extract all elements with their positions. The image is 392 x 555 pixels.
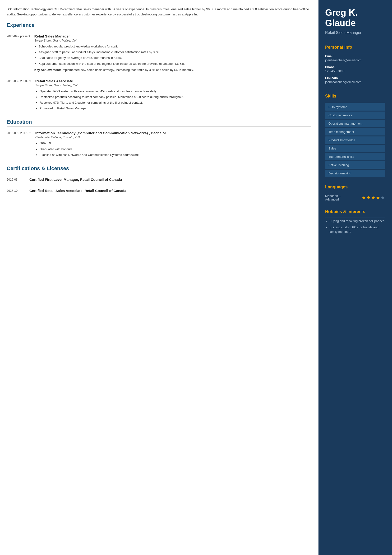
linkedin-block: LinkedIn joanhsanchez@email.com bbox=[325, 76, 385, 84]
experience-entry-1: 2020-09 - present Retail Sales Manager S… bbox=[7, 34, 311, 72]
cert-entry-2: 2017-10 Certified Retail Sales Associate… bbox=[7, 189, 311, 193]
edu1-bullet-2: Graduated with honours bbox=[40, 147, 311, 152]
exp2-bullet-4: Promoted to Retail Sales Manager. bbox=[40, 106, 311, 111]
exp1-company: Swipe Store, Grand Valley, ON bbox=[34, 39, 311, 42]
exp1-title: Retail Sales Manager bbox=[34, 34, 311, 38]
hobbies-section: Hobbies & Interests Buying and repairing… bbox=[319, 205, 392, 238]
phone-value: 123-456-7890 bbox=[325, 69, 385, 73]
cert1-content: Certified First Level Manager, Retail Co… bbox=[29, 177, 311, 182]
exp1-date: 2020-09 - present bbox=[7, 34, 30, 72]
edu1-date: 2012-09 - 2017-02 bbox=[7, 131, 31, 159]
cert-entry-1: 2019-03 Certified First Level Manager, R… bbox=[7, 177, 311, 182]
exp2-date: 2016-08 - 2020-09 bbox=[7, 79, 31, 112]
edu1-bullet-3: Excelled at Wireless Networks and Commun… bbox=[40, 153, 311, 157]
personal-info-section: Personal Info Email joanhsanchez@email.c… bbox=[319, 41, 392, 89]
education-entry-1: 2012-09 - 2017-02 Information Technology… bbox=[7, 131, 311, 159]
skills-list: POS systemsCustomer serviceOperations ma… bbox=[325, 103, 385, 177]
email-value: joanhsanchez@email.com bbox=[325, 58, 385, 62]
phone-block: Phone 123-456-7890 bbox=[325, 65, 385, 73]
left-column: BSc Information Technology and CFLM-cert… bbox=[0, 0, 319, 555]
skill-item-8: Decision-making bbox=[325, 170, 385, 177]
email-block: Email joanhsanchez@email.com bbox=[325, 54, 385, 62]
cert1-title: Certified First Level Manager, Retail Co… bbox=[29, 177, 311, 182]
skill-item-3: Time management bbox=[325, 128, 385, 136]
linkedin-label: LinkedIn bbox=[325, 76, 385, 80]
experience-divider bbox=[7, 30, 311, 30]
phone-label: Phone bbox=[325, 65, 385, 69]
skill-item-2: Operations management bbox=[325, 120, 385, 127]
hobbies-title: Hobbies & Interests bbox=[325, 209, 385, 214]
edu1-school: Centennial College, Toronto, ON bbox=[35, 136, 311, 139]
exp1-bullet-2: Assigned staff to particular product all… bbox=[39, 50, 311, 55]
skill-item-6: Interpersonal skills bbox=[325, 153, 385, 161]
edu1-content: Information Technology (Computer and Com… bbox=[35, 131, 311, 159]
profile-job-title: Retail Sales Manager bbox=[325, 31, 385, 35]
exp1-bullet-3: Beat sales target by an average of 24% f… bbox=[39, 56, 311, 60]
exp2-bullet-2: Restocked products according to strict c… bbox=[40, 95, 311, 99]
linkedin-value: joanhsanchez@email.com bbox=[325, 80, 385, 84]
languages-section: Languages Mandarin—Advanced ★★★★★ bbox=[319, 180, 392, 205]
exp1-content: Retail Sales Manager Swipe Store, Grand … bbox=[34, 34, 311, 72]
personal-info-title: Personal Info bbox=[325, 45, 385, 50]
skill-item-5: Sales bbox=[325, 145, 385, 152]
skill-item-1: Customer service bbox=[325, 111, 385, 119]
cert1-date: 2019-03 bbox=[7, 177, 25, 182]
cert2-date: 2017-10 bbox=[7, 189, 25, 193]
exp1-bullet-4: Kept customer satisfaction with the staf… bbox=[39, 61, 311, 66]
skills-divider bbox=[325, 102, 385, 102]
exp1-bullets: Scheduled regular product knowledge work… bbox=[34, 44, 311, 66]
summary-text: BSc Information Technology and CFLM-cert… bbox=[7, 7, 311, 17]
language-stars-mandarin: ★★★★★ bbox=[362, 195, 385, 200]
edu1-bullet-1: GPA 3.9 bbox=[40, 141, 311, 146]
exp2-company: Swipe Store, Grand Valley, ON bbox=[35, 84, 311, 87]
exp2-bullet-3: Resolved 97% Tier 1 and 2 customer compl… bbox=[40, 100, 311, 105]
right-column: Greg K. Glaude Retail Sales Manager Pers… bbox=[319, 0, 392, 555]
exp2-title: Retail Sales Associate bbox=[35, 79, 311, 83]
languages-title: Languages bbox=[325, 185, 385, 190]
exp2-content: Retail Sales Associate Swipe Store, Gran… bbox=[35, 79, 311, 112]
language-name-mandarin: Mandarin—Advanced bbox=[325, 194, 341, 201]
skills-title: Skills bbox=[325, 94, 385, 99]
personal-info-divider bbox=[325, 53, 385, 53]
skills-section: Skills POS systemsCustomer serviceOperat… bbox=[319, 89, 392, 180]
profile-name: Greg K. Glaude bbox=[325, 7, 385, 28]
exp2-bullet-1: Operated POS system with ease, managing … bbox=[40, 89, 311, 94]
cert2-content: Certified Retail Sales Associate, Retail… bbox=[29, 189, 311, 193]
language-row-mandarin: Mandarin—Advanced ★★★★★ bbox=[325, 194, 385, 201]
exp1-key-achievement: Key Achievement: Implemented new sales d… bbox=[34, 68, 311, 72]
cert2-title: Certified Retail Sales Associate, Retail… bbox=[29, 189, 311, 193]
name-block: Greg K. Glaude Retail Sales Manager bbox=[319, 0, 392, 41]
certifications-section-title: Certifications & Licenses bbox=[7, 165, 311, 172]
experience-entry-2: 2016-08 - 2020-09 Retail Sales Associate… bbox=[7, 79, 311, 112]
education-divider bbox=[7, 126, 311, 127]
exp1-bullet-1: Scheduled regular product knowledge work… bbox=[39, 44, 311, 49]
exp2-bullets: Operated POS system with ease, managing … bbox=[35, 89, 311, 111]
experience-section-title: Experience bbox=[7, 22, 311, 28]
hobby-item-1: Building custom PCs for friends and fami… bbox=[329, 225, 385, 234]
skill-item-4: Product Knowledge bbox=[325, 136, 385, 144]
education-section-title: Education bbox=[7, 119, 311, 125]
skill-item-0: POS systems bbox=[325, 103, 385, 110]
edu1-title: Information Technology (Computer and Com… bbox=[35, 131, 311, 135]
edu1-bullets: GPA 3.9 Graduated with honours Excelled … bbox=[35, 141, 311, 157]
hobbies-divider bbox=[325, 218, 385, 218]
certifications-divider bbox=[7, 173, 311, 173]
email-label: Email bbox=[325, 54, 385, 58]
hobby-item-0: Buying and repairing broken cell phones bbox=[329, 219, 385, 224]
languages-divider bbox=[325, 193, 385, 193]
skill-item-7: Active listening bbox=[325, 161, 385, 169]
hobbies-list: Buying and repairing broken cell phonesB… bbox=[325, 219, 385, 234]
